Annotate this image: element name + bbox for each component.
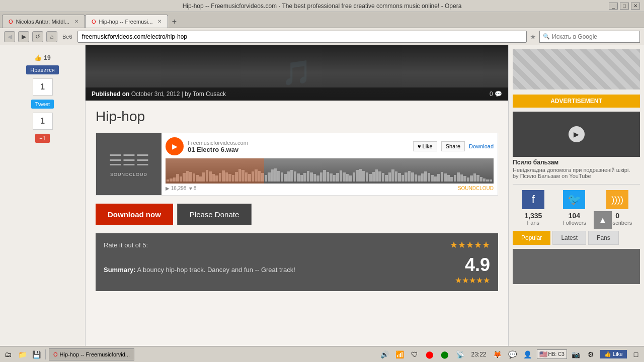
tray-flag: 🇺🇸 НВ: С3 [537,349,567,359]
sc-waveform [166,158,494,184]
reload-btn[interactable]: ↺ [32,31,43,42]
tray-user-icon[interactable]: 👤 [522,348,534,360]
thumb-preview[interactable] [513,249,640,284]
by-label: by [185,90,193,98]
followers-label: Followers [561,220,587,226]
sc-right-panel: ▶ Freemusicforvideos.com 01 Electro 6.wa… [162,133,498,195]
tweet-label: Tweet [35,101,50,107]
search-box: 🔍 [539,31,640,43]
sc-progress [166,158,264,184]
tray-volume-icon[interactable]: 🔊 [378,348,390,360]
sc-download-link[interactable]: Download [469,143,494,149]
taskbar-tray: 🔊 📶 🛡 ⬤ ⬤ 📡 23:22 🦊 💬 👤 🇺🇸 НВ: С3 📷 ⚙ 👍 … [378,348,642,360]
rating-stars[interactable]: ★★★★★ [450,239,490,250]
taskbar-folder-icon[interactable]: 🗂 [2,348,14,360]
sc-brand: SOUNDCLOUD [458,186,494,191]
home-btn[interactable]: ⌂ [46,31,57,42]
search-provider-icon: 🔍 [543,33,550,40]
sc-site: Freemusicforvideos.com [188,140,409,146]
be6-label: Ве6 [60,34,74,40]
tray-network-icon[interactable]: 📶 [393,348,406,360]
sc-play-btn[interactable]: ▶ [166,137,184,155]
please-donate-btn[interactable]: Please Donate [177,204,252,225]
social-bar: 👍 19 Нравится 1 Tweet 1 +1 [0,49,85,148]
tray-screenshot-icon[interactable]: 📷 [570,348,582,360]
download-now-btn[interactable]: Download now [96,204,173,225]
like-count: 19 [44,54,50,61]
action-buttons: Download now Please Donate [96,204,498,225]
tab-0[interactable]: O Nicolas Antar: Middl... ✕ [2,15,85,28]
tab-popular[interactable]: Popular [513,231,550,245]
tray-shield-icon: 🛡 [409,348,421,360]
taskbar-window-icon: O [53,351,58,357]
minimize-btn[interactable]: _ [609,3,618,10]
flag-icon: 🇺🇸 [539,350,547,358]
followers-count: 104 [561,212,587,220]
rss-icon-box[interactable]: )))) [605,190,630,210]
tab-bar: O Nicolas Antar: Middl... ✕ O Hip-hop --… [0,12,644,28]
address-input[interactable] [77,31,527,43]
video-thumb[interactable]: ▶ [513,112,640,157]
sc-actions: ♥ Like Share Download [413,141,494,151]
tab-close-1[interactable]: ✕ [157,19,162,24]
browser-chrome: Hip-hop -- Freemusicforvideos.com - The … [0,0,644,45]
page-wrapper: 👍 19 Нравится 1 Tweet 1 +1 🎵 [0,45,644,362]
maximize-btn[interactable]: □ [620,3,629,10]
back-btn[interactable]: ◀ [4,31,15,42]
taskbar-window-browser[interactable]: O Hip-hop -- Freemusicforvid... [49,348,134,360]
big-score: 4.9 [455,254,490,276]
sc-header: ▶ Freemusicforvideos.com 01 Electro 6.wa… [166,137,494,155]
sc-footer: ▶ 16,298 ♥ 8 1:01 SOUNDCLOUD [166,186,494,191]
ad-label: ADVERTISEMENT [513,95,640,108]
tray-chat-icon[interactable]: 💬 [507,348,519,360]
taskbar-sep-1 [45,349,46,359]
gplus-btn[interactable]: +1 [35,134,50,143]
tw-icon-box[interactable]: 🐦 [561,190,587,210]
summary-label: Summary: [104,266,136,274]
sc-like-btn[interactable]: ♥ Like [413,141,437,151]
rss-icon: )))) [606,190,628,209]
gplus-label: +1 [39,135,46,141]
tab-close-0[interactable]: ✕ [74,19,78,24]
social-fans: f 1,335 Fans [521,190,546,226]
bookmark-icon[interactable]: ★ [530,33,536,41]
tray-firefox-icon[interactable]: 🦊 [492,348,504,360]
close-bar-btn[interactable]: □ [630,348,642,360]
tab-latest[interactable]: Latest [552,231,586,245]
tweet-btn[interactable]: Tweet [31,100,54,109]
close-btn[interactable]: ✕ [631,3,640,10]
summary-content: A bouncy hip-hop track. Dancey and fun -… [137,266,295,274]
tab-fans[interactable]: Fans [588,231,619,245]
fb-like-label: Нравится [30,67,55,73]
social-followers: 🐦 104 Followers [561,190,587,226]
scroll-top-btn[interactable]: ▲ [594,211,612,229]
tab-1[interactable]: O Hip-hop -- Freemusi... ✕ [85,15,169,28]
taskbar-files-icon[interactable]: 📁 [16,348,28,360]
video-attribution: by Псило Бальзам on YouTube [513,173,640,179]
sc-share-btn[interactable]: Share [441,141,465,151]
search-input[interactable] [552,33,636,40]
taskbar-save-icon[interactable]: 💾 [30,348,42,360]
like-bar-btn[interactable]: 👍 Like [600,350,627,358]
like-button[interactable]: 👍 19 [34,54,50,61]
comment-number: 0 [490,90,493,98]
taskbar-time: 23:22 [469,351,488,358]
browser-title: Hip-hop -- Freemusicforvideos.com - The … [183,3,462,10]
window-controls: _ □ ✕ [609,3,640,10]
video-desc: Невідкладна допомога при подразненій шкі… [513,167,640,173]
tab-add-btn[interactable]: + [168,16,180,28]
tab-label-1: Hip-hop -- Freemusi... [99,19,153,25]
hero-silhouette-icon: 🎵 [282,59,312,87]
ad-placeholder-top [513,49,640,89]
forward-btn[interactable]: ▶ [18,31,29,42]
facebook-icon: f [522,190,544,209]
tray-settings-icon[interactable]: ⚙ [585,348,597,360]
fb-like-btn[interactable]: Нравится [26,65,59,74]
fb-icon-box[interactable]: f [521,190,546,210]
main-content: 🎵 Published on October 3rd, 2012 | by To… [86,45,508,362]
right-sidebar: ADVERTISEMENT ▶ Псило бальзам Невідкладн… [508,45,644,362]
video-play-btn[interactable]: ▶ [569,126,585,142]
video-author: Псило Бальзам [520,173,560,179]
hero-image: 🎵 Published on October 3rd, 2012 | by To… [86,45,508,101]
taskbar-window-label: Hip-hop -- Freemusicforvid... [60,351,130,357]
